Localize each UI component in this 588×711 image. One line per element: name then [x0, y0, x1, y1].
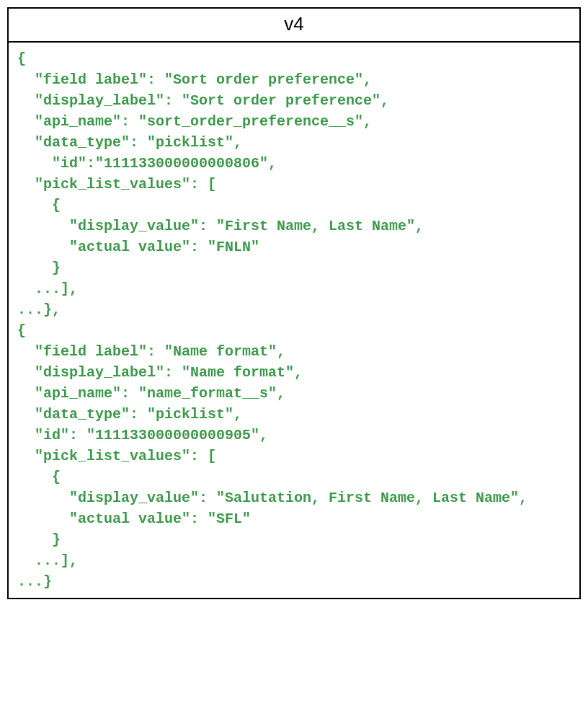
- code-block: { "field label": "Sort order preference"…: [17, 48, 571, 592]
- table-header-cell: v4: [9, 9, 579, 43]
- table-header-title: v4: [284, 13, 303, 35]
- table-container: v4 { "field label": "Sort order preferen…: [7, 7, 581, 599]
- table-body-cell: { "field label": "Sort order preference"…: [9, 43, 579, 598]
